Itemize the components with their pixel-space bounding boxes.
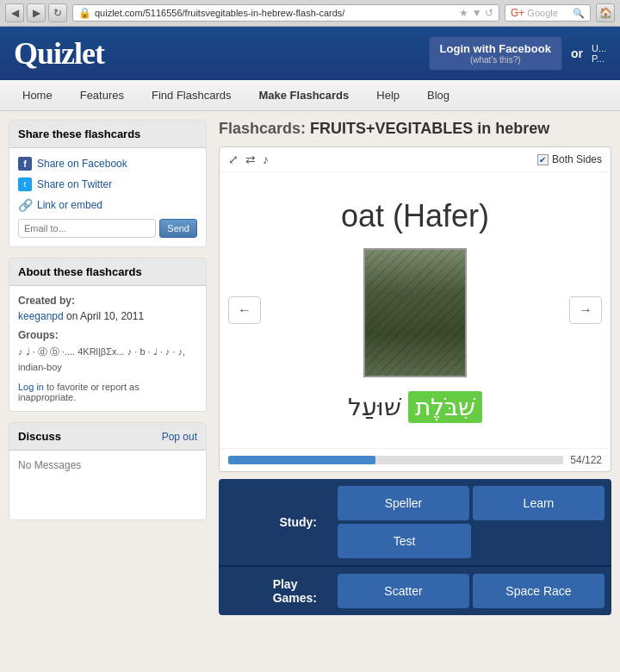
groups-label: Groups:: [18, 329, 197, 341]
address-bar[interactable]: 🔒 quizlet.com/5116556/fruitsvegitables-i…: [72, 4, 499, 22]
link-embed-link[interactable]: 🔗 Link or embed: [18, 198, 197, 212]
header-right: Login with Facebook (what's this?) or U.…: [429, 36, 606, 71]
audio-button[interactable]: ♪: [263, 152, 269, 166]
flashcard-container: ⤢ ⇄ ♪ ✔ Both Sides ← oat (Hafer): [219, 146, 611, 472]
card-image-inner: [365, 250, 465, 376]
nav-blog[interactable]: Blog: [413, 80, 463, 110]
expand-button[interactable]: ⤢: [228, 152, 239, 166]
share-twitter-label: Share on Twitter: [37, 178, 112, 190]
logo[interactable]: Quizlet: [14, 35, 104, 72]
back-button[interactable]: ◀: [5, 3, 24, 22]
fc-tools: ⤢ ⇄ ♪: [228, 152, 269, 166]
flashcard-toolbar: ⤢ ⇄ ♪ ✔ Both Sides: [220, 147, 611, 172]
or-text: or: [571, 47, 583, 60]
share-body: f Share on Facebook t Share on Twitter 🔗…: [9, 148, 206, 246]
groups-items: ♪ ♩ · ⓓ ⓑ ·.... 4KRl|βΣx... ♪ · b · ♩ · …: [18, 345, 197, 375]
sidebar: Share these flashcards f Share on Facebo…: [9, 120, 207, 531]
search-placeholder: Google: [527, 8, 557, 18]
log-in-note: Log in to favorite or report as inapprop…: [18, 382, 197, 402]
study-buttons: Speller Learn Test: [331, 479, 611, 565]
fb-login-button[interactable]: Login with Facebook (what's this?): [429, 36, 562, 71]
share-section: Share these flashcards f Share on Facebo…: [9, 120, 207, 247]
share-facebook-link[interactable]: f Share on Facebook: [18, 157, 197, 171]
twitter-icon: t: [18, 177, 32, 191]
study-label: Study:: [219, 479, 331, 565]
both-sides-control: ✔ Both Sides: [537, 153, 602, 165]
nav-home[interactable]: Home: [9, 80, 66, 110]
share-section-title: Share these flashcards: [9, 121, 206, 148]
nav-bar: Home Features Find Flashcards Make Flash…: [0, 80, 620, 111]
flashcard-display[interactable]: ← oat (Hafer) שׁוּעַל שִׁבֹּלֶת →: [220, 172, 611, 448]
nav-buttons[interactable]: ◀ ▶ ↻: [5, 3, 67, 22]
fb-login-main-text: Login with Facebook: [440, 42, 551, 55]
nav-features[interactable]: Features: [66, 80, 138, 110]
home-button[interactable]: 🏠: [596, 3, 615, 22]
email-row: Send: [18, 219, 197, 238]
reload-button[interactable]: ↻: [48, 3, 67, 22]
nav-make-flashcards[interactable]: Make Flashcards: [245, 80, 363, 110]
progress-row: 54/122: [220, 448, 611, 471]
progress-bar-fill: [228, 456, 375, 464]
space-race-button[interactable]: Space Race: [473, 574, 604, 608]
flashcard-area: Flashcards: FRUITS+VEGITABLES in hebrew …: [219, 120, 611, 615]
facebook-icon: f: [18, 157, 32, 171]
prev-button[interactable]: ←: [228, 296, 261, 324]
both-sides-label: Both Sides: [552, 153, 602, 165]
email-input[interactable]: [18, 219, 156, 238]
speller-button[interactable]: Speller: [338, 486, 469, 520]
play-row: PlayGames: Scatter Space Race: [219, 567, 611, 615]
browser-chrome: ◀ ▶ ↻ 🔒 quizlet.com/5116556/fruitsvegita…: [0, 0, 620, 27]
hebrew-plain: שׁוּעַל: [348, 393, 401, 421]
discuss-title: Discuss: [18, 430, 61, 443]
url-text: quizlet.com/5116556/fruitsvegitables-in-…: [95, 8, 456, 18]
about-section-title: About these flashcards: [9, 258, 206, 286]
card-image: [363, 248, 467, 377]
user-area: U... P...: [592, 43, 606, 64]
progress-bar-bg: [228, 456, 563, 464]
about-section: About these flashcards Created by: keega…: [9, 258, 207, 412]
created-by-value: keeganpd on April 10, 2011: [18, 310, 197, 322]
created-by-label: Created by:: [18, 295, 197, 307]
link-embed-label: Link or embed: [37, 199, 102, 211]
log-in-link[interactable]: Log in: [18, 382, 44, 392]
pop-out-link[interactable]: Pop out: [162, 431, 197, 443]
nav-find-flashcards[interactable]: Find Flashcards: [138, 80, 245, 110]
nav-help[interactable]: Help: [363, 80, 413, 110]
share-facebook-label: Share on Facebook: [37, 158, 127, 170]
play-label: PlayGames:: [219, 567, 331, 615]
flashcard-title-name: FRUITS+VEGITABLES in hebrew: [310, 120, 549, 137]
next-button[interactable]: →: [569, 296, 602, 324]
shuffle-button[interactable]: ⇄: [245, 152, 256, 166]
test-button[interactable]: Test: [338, 524, 471, 558]
flashcard-title: Flashcards: FRUITS+VEGITABLES in hebrew: [219, 120, 611, 138]
progress-total: 122: [585, 454, 602, 466]
about-body: Created by: keeganpd on April 10, 2011 G…: [9, 286, 206, 411]
created-by-date: on April 10, 2011: [66, 310, 144, 322]
flashcard-title-label: Flashcards:: [219, 120, 306, 137]
no-messages-text: No Messages: [18, 459, 81, 471]
progress-label: 54/122: [570, 454, 602, 466]
fb-login-sub-text: (what's this?): [470, 55, 521, 65]
hebrew-highlight: שִׁבֹּלֶת: [408, 391, 482, 423]
check-icon: ✔: [539, 155, 546, 165]
creator-link[interactable]: keeganpd: [18, 310, 64, 322]
forward-button[interactable]: ▶: [27, 3, 46, 22]
both-sides-checkbox[interactable]: ✔: [537, 154, 549, 165]
scatter-button[interactable]: Scatter: [338, 574, 469, 608]
send-button[interactable]: Send: [159, 219, 197, 238]
card-word: oat (Hafer): [341, 198, 489, 234]
progress-current: 54: [570, 454, 581, 466]
card-hebrew: שׁוּעַל שִׁבֹּלֶת: [348, 391, 482, 423]
link-icon: 🔗: [18, 198, 32, 212]
share-twitter-link[interactable]: t Share on Twitter: [18, 177, 197, 191]
play-label-text: PlayGames:: [273, 577, 317, 605]
discuss-header: Discuss Pop out: [9, 423, 206, 451]
learn-button[interactable]: Learn: [473, 486, 604, 520]
main-content: Share these flashcards f Share on Facebo…: [0, 111, 620, 624]
study-row: Study: Speller Learn Test: [219, 479, 611, 565]
study-play-area: Study: Speller Learn Test PlayGames: Sca…: [219, 479, 611, 615]
discuss-section: Discuss Pop out No Messages: [9, 422, 207, 520]
discuss-body: No Messages: [9, 451, 206, 520]
site-header: Quizlet Login with Facebook (what's this…: [0, 27, 620, 80]
search-box[interactable]: G+ Google 🔍: [505, 4, 591, 22]
